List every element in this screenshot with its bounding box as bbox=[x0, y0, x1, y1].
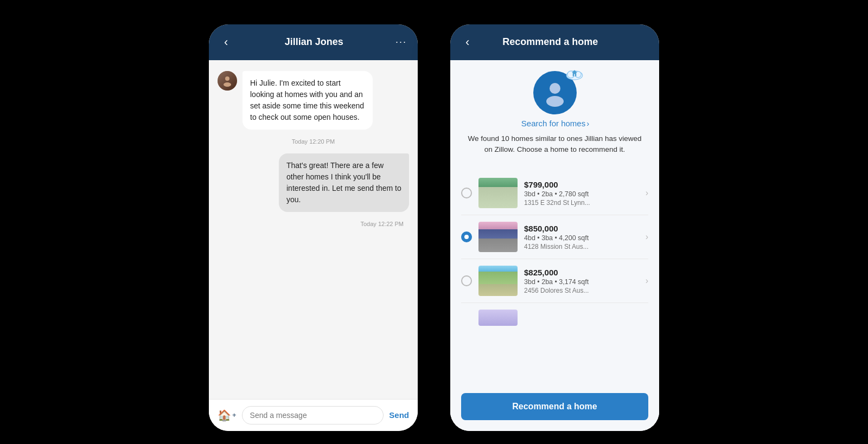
partial-thumbnail bbox=[478, 310, 518, 326]
found-text: We found 10 homes similar to ones Jillia… bbox=[461, 133, 648, 156]
recommend-footer: Recommend a home bbox=[450, 385, 659, 431]
home-price-3: $825,000 bbox=[524, 268, 639, 277]
avatar bbox=[218, 71, 237, 91]
home-radio-2[interactable] bbox=[461, 231, 472, 242]
send-button[interactable]: Send bbox=[389, 410, 409, 420]
chat-phone: ‹ Jillian Jones ··· Hi Julie. I'm excite… bbox=[209, 24, 418, 431]
chat-header: ‹ Jillian Jones ··· bbox=[209, 24, 418, 60]
home-list: $799,000 3bd • 2ba • 2,780 sqft 1315 E 3… bbox=[461, 171, 648, 332]
home-specs-1: 3bd • 2ba • 2,780 sqft bbox=[524, 190, 639, 198]
sent-message-1: That's great! There are a few other home… bbox=[279, 153, 409, 212]
home-radio-1[interactable] bbox=[461, 188, 472, 198]
home-radio-3[interactable] bbox=[461, 275, 472, 286]
home-details-3: $825,000 3bd • 2ba • 3,174 sqft 2456 Dol… bbox=[524, 268, 639, 294]
search-for-homes-text: Search for homes bbox=[521, 119, 585, 128]
plus-icon: + bbox=[232, 411, 237, 419]
avatar-image bbox=[218, 71, 237, 91]
home-specs-2: 4bd • 3ba • 4,200 sqft bbox=[524, 234, 639, 242]
home-thumbnail-3 bbox=[478, 266, 518, 296]
svg-point-1 bbox=[224, 82, 231, 87]
home-address-3: 2456 Dolores St Aus... bbox=[524, 287, 639, 294]
recommend-back-button[interactable]: ‹ bbox=[461, 33, 474, 52]
home-chevron-1: › bbox=[646, 188, 648, 198]
chat-footer: 🏠+ Send bbox=[209, 399, 418, 431]
cloud-house-icon bbox=[565, 66, 584, 82]
home-chevron-3: › bbox=[646, 276, 648, 286]
partial-home-4 bbox=[461, 303, 648, 332]
home-item-2[interactable]: $850,000 4bd • 3ba • 4,200 sqft 4128 Mis… bbox=[461, 215, 648, 259]
svg-point-3 bbox=[546, 96, 564, 107]
home-icon: 🏠 bbox=[218, 409, 231, 422]
timestamp-2: Today 12:22 PM bbox=[218, 221, 409, 227]
home-chevron-2: › bbox=[646, 232, 648, 242]
agent-hero: Search for homes› We found 10 homes simi… bbox=[461, 71, 648, 164]
svg-rect-9 bbox=[574, 74, 575, 76]
chat-input[interactable] bbox=[242, 406, 384, 424]
timestamp-1: Today 12:20 PM bbox=[218, 138, 409, 145]
chat-title: Jillian Jones bbox=[232, 36, 395, 48]
home-details-1: $799,000 3bd • 2ba • 2,780 sqft 1315 E 3… bbox=[524, 180, 639, 207]
home-item-3[interactable]: $825,000 3bd • 2ba • 3,174 sqft 2456 Dol… bbox=[461, 259, 648, 303]
svg-point-2 bbox=[550, 83, 560, 94]
home-address-1: 1315 E 32nd St Lynn... bbox=[524, 199, 639, 207]
recommend-phone: ‹ Recommend a home bbox=[450, 24, 659, 431]
home-details-2: $850,000 4bd • 3ba • 4,200 sqft 4128 Mis… bbox=[524, 224, 639, 250]
home-address-2: 4128 Mission St Aus... bbox=[524, 243, 639, 250]
agent-avatar-wrap bbox=[533, 71, 577, 114]
recommend-header: ‹ Recommend a home bbox=[450, 24, 659, 60]
chat-back-button[interactable]: ‹ bbox=[220, 33, 232, 52]
search-for-homes-link[interactable]: Search for homes› bbox=[520, 119, 589, 128]
chat-menu-button[interactable]: ··· bbox=[395, 36, 407, 48]
phones-container: ‹ Jillian Jones ··· Hi Julie. I'm excite… bbox=[209, 14, 659, 431]
home-price-2: $850,000 bbox=[524, 224, 639, 233]
sent-message-row: That's great! There are a few other home… bbox=[218, 153, 409, 212]
search-arrow-icon: › bbox=[586, 119, 589, 128]
home-specs-3: 3bd • 2ba • 3,174 sqft bbox=[524, 278, 639, 286]
chat-body: Hi Julie. I'm excited to start looking a… bbox=[209, 60, 418, 399]
recommend-title: Recommend a home bbox=[474, 36, 627, 48]
home-item-1[interactable]: $799,000 3bd • 2ba • 2,780 sqft 1315 E 3… bbox=[461, 171, 648, 215]
home-price-1: $799,000 bbox=[524, 180, 639, 189]
svg-point-0 bbox=[225, 76, 229, 81]
home-thumbnail-2 bbox=[478, 222, 518, 252]
recommend-button[interactable]: Recommend a home bbox=[461, 393, 648, 420]
home-thumbnail-1 bbox=[478, 178, 518, 208]
recommend-body: Search for homes› We found 10 homes simi… bbox=[450, 60, 659, 431]
message-row: Hi Julie. I'm excited to start looking a… bbox=[218, 71, 409, 130]
home-add-button[interactable]: 🏠+ bbox=[218, 409, 237, 422]
recommend-scroll: Search for homes› We found 10 homes simi… bbox=[450, 60, 659, 385]
received-message-1: Hi Julie. I'm excited to start looking a… bbox=[242, 71, 373, 130]
